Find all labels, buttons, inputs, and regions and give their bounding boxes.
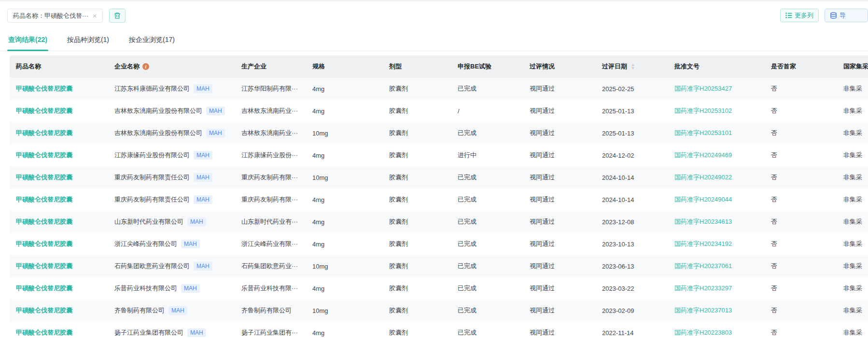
more-columns-button[interactable]: 更多列 bbox=[780, 9, 819, 22]
is-first-value: 否 bbox=[765, 284, 837, 293]
approval-number-link[interactable]: 国药准字H20223803 bbox=[674, 329, 732, 336]
drug-name-link[interactable]: 甲磺酸仑伐替尼胶囊 bbox=[16, 129, 72, 136]
spec-value: 10mg bbox=[306, 174, 383, 181]
drug-name-link[interactable]: 甲磺酸仑伐替尼胶囊 bbox=[16, 240, 72, 247]
trash-icon bbox=[114, 12, 121, 19]
pass-status-value: 视同通过 bbox=[523, 107, 596, 115]
drug-name-link[interactable]: 甲磺酸仑伐替尼胶囊 bbox=[16, 174, 72, 181]
pass-date-value: 2024-10-14 bbox=[596, 174, 668, 181]
company-name: 扬子江药业集团有限公司 bbox=[114, 329, 183, 336]
pass-status-value: 视同通过 bbox=[523, 195, 596, 204]
column-header-approval-number[interactable]: 批准文号 bbox=[668, 62, 765, 71]
is-first-value: 否 bbox=[765, 306, 837, 315]
approval-number-link[interactable]: 国药准字H20249022 bbox=[674, 174, 732, 181]
approval-number-link[interactable]: 国药准字H20234192 bbox=[674, 240, 732, 247]
be-trial-value: 已完成 bbox=[451, 328, 523, 337]
is-first-value: 否 bbox=[765, 151, 837, 160]
column-header-manufacturer[interactable]: 生产企业 bbox=[235, 62, 306, 71]
column-header-dosage-form[interactable]: 剂型 bbox=[383, 62, 451, 71]
tab-browse-by-company[interactable]: 按企业浏览(17) bbox=[128, 33, 176, 51]
database-icon bbox=[830, 12, 837, 19]
pass-date-value: 2022-11-14 bbox=[596, 329, 668, 337]
mah-badge: MAH bbox=[187, 217, 206, 226]
info-icon[interactable]: i bbox=[142, 63, 149, 70]
national-procurement-value: 非集采 bbox=[837, 195, 868, 204]
approval-number-link[interactable]: 国药准字H20253101 bbox=[674, 129, 732, 136]
column-header-be-trial[interactable]: 申报BE试验 bbox=[451, 62, 523, 71]
be-trial-value: 已完成 bbox=[451, 84, 523, 93]
drug-name-link[interactable]: 甲磺酸仑伐替尼胶囊 bbox=[16, 284, 72, 292]
drug-name-link[interactable]: 甲磺酸仑伐替尼胶囊 bbox=[16, 196, 72, 203]
national-procurement-value: 非集采 bbox=[837, 107, 868, 115]
is-first-value: 否 bbox=[765, 240, 837, 248]
approval-number-link[interactable]: 国药准字H20249469 bbox=[674, 151, 732, 159]
pass-status-value: 视同通过 bbox=[523, 173, 596, 182]
pass-date-value: 2024-12-02 bbox=[596, 152, 668, 159]
approval-number-link[interactable]: 国药准字H20234613 bbox=[674, 218, 732, 225]
column-header-is-first[interactable]: 是否首家 bbox=[765, 62, 837, 71]
is-first-value: 否 bbox=[765, 173, 837, 182]
national-procurement-value: 非集采 bbox=[837, 328, 868, 337]
column-header-pass-status[interactable]: 过评情况 bbox=[523, 62, 596, 71]
table-row: 甲磺酸仑伐替尼胶囊 山东新时代药业有限公司MAH 山东新时代药业有··· 4mg… bbox=[10, 211, 868, 233]
manufacturer-name: 石药集团欧意药业··· bbox=[235, 262, 306, 270]
mah-badge: MAH bbox=[206, 129, 225, 137]
dosage-form-value: 胶囊剂 bbox=[383, 107, 451, 115]
dosage-form-value: 胶囊剂 bbox=[383, 328, 451, 337]
spec-value: 4mg bbox=[306, 196, 383, 203]
spec-value: 4mg bbox=[306, 152, 383, 159]
pass-date-value: 2023-03-22 bbox=[596, 285, 668, 292]
close-icon[interactable]: × bbox=[93, 12, 97, 19]
drug-name-link[interactable]: 甲磺酸仑伐替尼胶囊 bbox=[16, 107, 72, 114]
dosage-form-value: 胶囊剂 bbox=[383, 84, 451, 93]
table-row: 甲磺酸仑伐替尼胶囊 扬子江药业集团有限公司MAH 扬子江药业集团有··· 4mg… bbox=[10, 322, 868, 338]
company-name: 吉林敖东洮南药业股份有限公司 bbox=[114, 107, 202, 114]
approval-number-link[interactable]: 国药准字H20233297 bbox=[674, 284, 732, 292]
column-list-icon bbox=[785, 12, 792, 19]
manufacturer-name: 江苏康缘药业股份··· bbox=[235, 151, 306, 160]
approval-number-link[interactable]: 国药准字H20249044 bbox=[674, 196, 732, 203]
table-row: 甲磺酸仑伐替尼胶囊 重庆药友制药有限责任公司MAH 重庆药友制药有限··· 10… bbox=[10, 166, 868, 189]
drug-name-link[interactable]: 甲磺酸仑伐替尼胶囊 bbox=[16, 218, 72, 225]
drug-name-link[interactable]: 甲磺酸仑伐替尼胶囊 bbox=[16, 307, 72, 314]
drug-name-link[interactable]: 甲磺酸仑伐替尼胶囊 bbox=[16, 85, 72, 92]
column-header-drug-name[interactable]: 药品名称 bbox=[10, 62, 108, 71]
manufacturer-name: 山东新时代药业有··· bbox=[235, 217, 306, 226]
be-trial-value: 已完成 bbox=[451, 129, 523, 137]
is-first-value: 否 bbox=[765, 195, 837, 204]
pass-date-value: 2023-06-13 bbox=[596, 263, 668, 270]
be-trial-value: 已完成 bbox=[451, 173, 523, 182]
drug-name-link[interactable]: 甲磺酸仑伐替尼胶囊 bbox=[16, 262, 72, 270]
clear-filters-button[interactable] bbox=[109, 9, 126, 23]
tab-query-results[interactable]: 查询结果(22) bbox=[7, 33, 48, 51]
mah-badge: MAH bbox=[181, 240, 200, 248]
column-header-company-name[interactable]: 企业名称 i bbox=[108, 62, 235, 71]
export-button[interactable]: 导 bbox=[825, 9, 868, 22]
column-header-national-procurement[interactable]: 国家集采 bbox=[837, 62, 868, 71]
filter-tag-drug-name[interactable]: 药品名称：甲磺酸仑伐替··· × bbox=[7, 9, 103, 23]
drug-name-link[interactable]: 甲磺酸仑伐替尼胶囊 bbox=[16, 151, 72, 159]
column-header-pass-date[interactable]: 过评日期 ▲▼ bbox=[596, 62, 668, 71]
mah-badge: MAH bbox=[194, 195, 212, 204]
spec-value: 10mg bbox=[306, 263, 383, 270]
sort-icon[interactable]: ▲▼ bbox=[631, 63, 635, 70]
approval-number-link[interactable]: 国药准字H20237013 bbox=[674, 307, 732, 314]
table-row: 甲磺酸仑伐替尼胶囊 江苏东科康德药业有限公司MAH 江苏华阳制药有限··· 4m… bbox=[10, 78, 868, 100]
column-header-spec[interactable]: 规格 bbox=[306, 62, 383, 71]
be-trial-value: / bbox=[451, 108, 523, 115]
tab-browse-by-product[interactable]: 按品种浏览(1) bbox=[66, 33, 110, 51]
manufacturer-name: 吉林敖东洮南药业··· bbox=[235, 107, 306, 115]
company-name: 吉林敖东洮南药业股份有限公司 bbox=[114, 129, 202, 136]
table-row: 甲磺酸仑伐替尼胶囊 江苏康缘药业股份有限公司MAH 江苏康缘药业股份··· 4m… bbox=[10, 144, 868, 166]
pass-status-value: 视同通过 bbox=[523, 306, 596, 315]
company-name: 重庆药友制药有限责任公司 bbox=[114, 174, 190, 181]
dosage-form-value: 胶囊剂 bbox=[383, 262, 451, 270]
mah-badge: MAH bbox=[181, 284, 200, 293]
pass-date-value: 2023-02-09 bbox=[596, 307, 668, 314]
approval-number-link[interactable]: 国药准字H20237061 bbox=[674, 262, 732, 270]
approval-number-link[interactable]: 国药准字H20253427 bbox=[674, 85, 732, 92]
pass-status-value: 视同通过 bbox=[523, 84, 596, 93]
approval-number-link[interactable]: 国药准字H20253102 bbox=[674, 107, 732, 114]
drug-name-link[interactable]: 甲磺酸仑伐替尼胶囊 bbox=[16, 329, 72, 336]
pass-date-value: 2024-10-14 bbox=[596, 196, 668, 203]
